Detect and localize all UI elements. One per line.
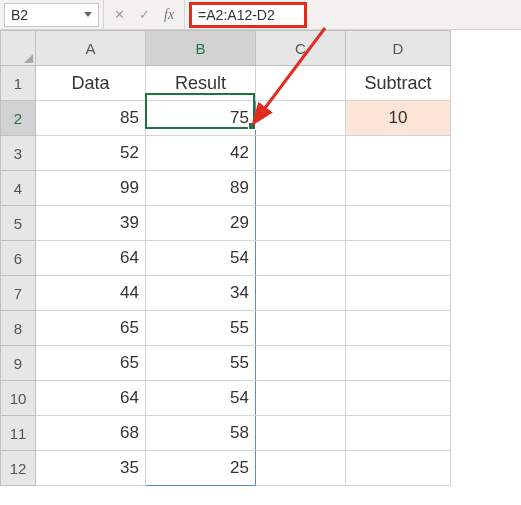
cell[interactable] xyxy=(256,381,346,416)
cell[interactable]: 52 xyxy=(36,136,146,171)
col-header-D[interactable]: D xyxy=(346,31,451,66)
table-row: 1 Data Result Subtract xyxy=(1,66,451,101)
cell[interactable]: 54 xyxy=(146,241,256,276)
cell[interactable]: 68 xyxy=(36,416,146,451)
cell[interactable]: 39 xyxy=(36,206,146,241)
cell[interactable] xyxy=(346,311,451,346)
cell[interactable]: 99 xyxy=(36,171,146,206)
cell[interactable]: 85 xyxy=(36,101,146,136)
row-header[interactable]: 3 xyxy=(1,136,36,171)
cell[interactable] xyxy=(256,451,346,486)
cell[interactable] xyxy=(346,346,451,381)
cell[interactable] xyxy=(346,206,451,241)
cell[interactable]: 58 xyxy=(146,416,256,451)
cell[interactable] xyxy=(346,451,451,486)
table-row: 5 39 29 xyxy=(1,206,451,241)
cell[interactable]: 89 xyxy=(146,171,256,206)
cell[interactable]: 25 xyxy=(146,451,256,486)
grid[interactable]: A B C D 1 Data Result Subtract 2 85 75 1… xyxy=(0,30,451,486)
name-box-value: B2 xyxy=(11,7,28,23)
cell[interactable]: 29 xyxy=(146,206,256,241)
cell[interactable] xyxy=(256,136,346,171)
name-box[interactable]: B2 xyxy=(4,3,99,27)
cell[interactable]: 65 xyxy=(36,346,146,381)
cell-B2-active[interactable]: 75 xyxy=(146,101,256,136)
cell[interactable] xyxy=(256,101,346,136)
col-header-B[interactable]: B xyxy=(146,31,256,66)
row-header[interactable]: 5 xyxy=(1,206,36,241)
row-header[interactable]: 6 xyxy=(1,241,36,276)
cell[interactable] xyxy=(256,241,346,276)
table-row: 7 44 34 xyxy=(1,276,451,311)
formula-bar-buttons: ✕ ✓ fx xyxy=(103,0,185,29)
spreadsheet: A B C D 1 Data Result Subtract 2 85 75 1… xyxy=(0,30,521,486)
row-header[interactable]: 12 xyxy=(1,451,36,486)
cell[interactable]: 64 xyxy=(36,241,146,276)
row-header[interactable]: 1 xyxy=(1,66,36,101)
cell-D2[interactable]: 10 xyxy=(346,101,451,136)
cell-C1[interactable] xyxy=(256,66,346,101)
formula-bar: B2 ✕ ✓ fx =A2:A12-D2 xyxy=(0,0,521,30)
formula-input[interactable]: =A2:A12-D2 xyxy=(189,2,307,28)
table-row: 3 52 42 xyxy=(1,136,451,171)
row-header[interactable]: 4 xyxy=(1,171,36,206)
cell[interactable] xyxy=(346,136,451,171)
cell[interactable] xyxy=(346,381,451,416)
row-header[interactable]: 10 xyxy=(1,381,36,416)
cell[interactable] xyxy=(346,241,451,276)
table-row: 4 99 89 xyxy=(1,171,451,206)
table-row: 9 65 55 xyxy=(1,346,451,381)
cell[interactable] xyxy=(346,171,451,206)
cell[interactable] xyxy=(346,416,451,451)
cell[interactable] xyxy=(256,276,346,311)
cell[interactable]: 65 xyxy=(36,311,146,346)
row-header[interactable]: 9 xyxy=(1,346,36,381)
cell[interactable]: 35 xyxy=(36,451,146,486)
fx-icon[interactable]: fx xyxy=(164,7,174,23)
cell[interactable]: 54 xyxy=(146,381,256,416)
formula-text: =A2:A12-D2 xyxy=(198,7,275,23)
table-row: 6 64 54 xyxy=(1,241,451,276)
cell-D1[interactable]: Subtract xyxy=(346,66,451,101)
row-header[interactable]: 2 xyxy=(1,101,36,136)
chevron-down-icon[interactable] xyxy=(84,12,92,17)
confirm-icon[interactable]: ✓ xyxy=(139,7,150,22)
cell[interactable] xyxy=(256,346,346,381)
col-header-C[interactable]: C xyxy=(256,31,346,66)
cancel-icon[interactable]: ✕ xyxy=(114,7,125,22)
table-row: 2 85 75 10 xyxy=(1,101,451,136)
cell-B1[interactable]: Result xyxy=(146,66,256,101)
col-header-A[interactable]: A xyxy=(36,31,146,66)
cell[interactable]: 64 xyxy=(36,381,146,416)
cell[interactable] xyxy=(256,171,346,206)
cell[interactable] xyxy=(256,311,346,346)
table-row: 11 68 58 xyxy=(1,416,451,451)
cell[interactable]: 42 xyxy=(146,136,256,171)
select-all-corner[interactable] xyxy=(1,31,36,66)
row-header[interactable]: 11 xyxy=(1,416,36,451)
cell[interactable]: 55 xyxy=(146,311,256,346)
table-row: 10 64 54 xyxy=(1,381,451,416)
table-row: 12 35 25 xyxy=(1,451,451,486)
row-header[interactable]: 8 xyxy=(1,311,36,346)
cell[interactable] xyxy=(256,416,346,451)
cell[interactable]: 55 xyxy=(146,346,256,381)
cell[interactable]: 34 xyxy=(146,276,256,311)
table-row: 8 65 55 xyxy=(1,311,451,346)
cell-A1[interactable]: Data xyxy=(36,66,146,101)
cell[interactable]: 44 xyxy=(36,276,146,311)
cell[interactable] xyxy=(256,206,346,241)
row-header[interactable]: 7 xyxy=(1,276,36,311)
cell[interactable] xyxy=(346,276,451,311)
